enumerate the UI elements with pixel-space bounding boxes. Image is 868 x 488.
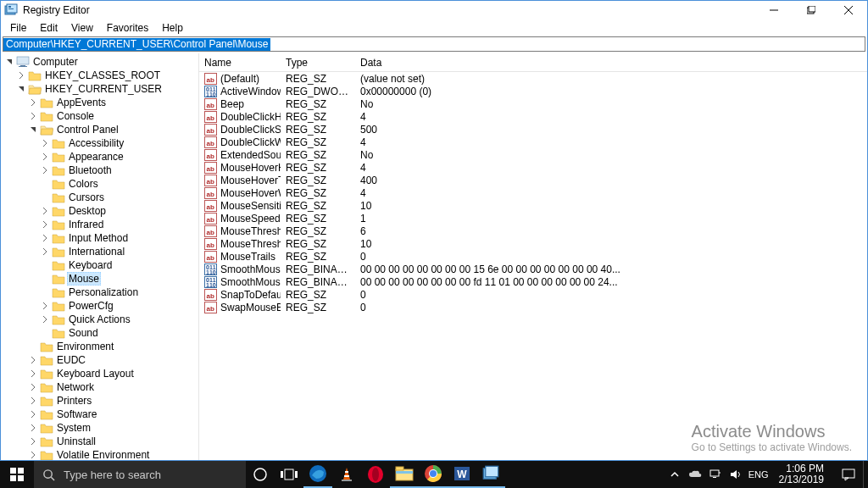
address-path[interactable]: Computer\HKEY_CURRENT_USER\Control Panel… — [3, 38, 270, 51]
tree-expand-icon[interactable] — [28, 382, 38, 392]
col-header-name[interactable]: Name — [199, 53, 281, 71]
tree-item[interactable]: Mouse — [36, 272, 198, 286]
tree-item[interactable]: Accessibility — [36, 136, 198, 150]
tree-item[interactable]: Environment — [25, 340, 198, 353]
tray-clock[interactable]: 1:06 PM 2/13/2019 — [774, 463, 829, 485]
tree-item-label[interactable]: International — [67, 246, 126, 258]
taskbar-app-opera[interactable] — [361, 461, 390, 488]
tree-item[interactable]: International — [36, 245, 198, 258]
tree-item[interactable]: Network — [25, 380, 198, 394]
close-button[interactable] — [830, 1, 867, 19]
tree-item-label[interactable]: Accessibility — [67, 137, 125, 149]
tree-item-label[interactable]: Bluetooth — [67, 164, 114, 176]
tree-item-label[interactable]: Mouse — [67, 272, 101, 286]
tree-item-label[interactable]: Volatile Environment — [55, 449, 151, 460]
taskbar-app-vlc[interactable] — [332, 461, 361, 488]
col-header-data[interactable]: Data — [355, 53, 867, 71]
tree-item-label[interactable]: EUDC — [55, 354, 87, 366]
tree-expand-icon[interactable] — [40, 219, 50, 230]
menu-edit[interactable]: Edit — [34, 20, 64, 36]
tree-item-label[interactable]: Personalization — [67, 286, 140, 298]
tree-collapse-icon[interactable] — [16, 84, 26, 94]
taskbar-app-word[interactable]: W — [448, 461, 476, 488]
taskview-icon[interactable] — [275, 461, 303, 488]
cortana-icon[interactable] — [246, 461, 275, 488]
minimize-button[interactable] — [755, 1, 793, 19]
value-row[interactable]: 011110ActiveWindowTr...REG_DWORD0x000000… — [199, 85, 867, 97]
value-row[interactable]: ab(Default)REG_SZ(value not set) — [199, 72, 867, 85]
tree-item-label[interactable]: HKEY_CLASSES_ROOT — [43, 69, 162, 81]
tree-item[interactable]: AppEvents — [25, 96, 198, 109]
tree-item[interactable]: Infrared — [36, 218, 198, 231]
value-row[interactable]: abMouseHoverHei...REG_SZ4 — [199, 161, 867, 174]
tree-item-label[interactable]: Control Panel — [55, 124, 120, 136]
tree-expand-icon[interactable] — [40, 206, 50, 216]
menu-favorites[interactable]: Favorites — [101, 20, 154, 36]
tree-item[interactable]: Software — [25, 408, 198, 421]
tree-item[interactable]: EUDC — [25, 353, 198, 367]
tree-item[interactable]: Console — [25, 109, 198, 123]
tree-expand-icon[interactable] — [28, 111, 38, 121]
tree-expand-icon[interactable] — [40, 165, 50, 175]
tree-item-label[interactable]: Cursors — [67, 191, 106, 203]
show-desktop-button[interactable] — [863, 461, 868, 488]
taskbar-app-regedit[interactable] — [476, 461, 505, 488]
tree-item-label[interactable]: Software — [55, 408, 98, 420]
tree-item[interactable]: Desktop — [36, 204, 198, 218]
value-row[interactable]: abMouseHoverTimeREG_SZ400 — [199, 174, 867, 186]
value-row[interactable]: abMouseTrailsREG_SZ0 — [199, 250, 867, 263]
tree-expand-icon[interactable] — [28, 355, 38, 365]
tree-item[interactable]: HKEY_CURRENT_USER — [13, 82, 198, 96]
tree-expand-icon[interactable] — [28, 97, 38, 108]
tray-overflow-icon[interactable] — [667, 470, 682, 479]
menu-help[interactable]: Help — [156, 20, 189, 36]
taskbar-app-chrome[interactable] — [419, 461, 448, 488]
start-button[interactable] — [0, 461, 34, 488]
tree-item[interactable]: Input Method — [36, 231, 198, 245]
value-row[interactable]: abMouseThreshold1REG_SZ6 — [199, 225, 867, 237]
tree-item[interactable]: Bluetooth — [36, 164, 198, 177]
tree-expand-icon[interactable] — [40, 233, 50, 243]
address-bar[interactable]: Computer\HKEY_CURRENT_USER\Control Panel… — [3, 36, 865, 52]
tree-expand-icon[interactable] — [40, 138, 50, 148]
tree-item[interactable]: HKEY_CLASSES_ROOT — [13, 69, 198, 82]
tree-item[interactable]: System — [25, 421, 198, 435]
tree-pane[interactable]: ComputerHKEY_CLASSES_ROOTHKEY_CURRENT_US… — [1, 53, 199, 460]
tree-item-label[interactable]: Computer — [31, 56, 80, 68]
taskbar-app-explorer[interactable] — [390, 461, 419, 488]
tree-item-label[interactable]: PowerCfg — [67, 300, 115, 312]
tree-collapse-icon[interactable] — [4, 57, 14, 67]
tree-item[interactable]: Control Panel — [25, 123, 198, 136]
tree-item-label[interactable]: Input Method — [67, 232, 130, 244]
tree-item-label[interactable]: Infrared — [67, 219, 105, 230]
tree-item[interactable]: Quick Actions — [36, 313, 198, 326]
tree-item[interactable]: Keyboard Layout — [25, 367, 198, 380]
tree-item[interactable]: Colors — [36, 177, 198, 191]
tree-expand-icon[interactable] — [40, 247, 50, 257]
tree-expand-icon[interactable] — [28, 396, 38, 406]
action-center-button[interactable] — [834, 468, 863, 481]
tree-item[interactable]: Sound — [36, 326, 198, 340]
value-row[interactable]: abMouseThreshold2REG_SZ10 — [199, 237, 867, 250]
tree-item[interactable]: Personalization — [36, 286, 198, 299]
taskbar-search[interactable]: Type here to search — [34, 461, 246, 488]
tree-item[interactable]: Printers — [25, 394, 198, 408]
tree-item-label[interactable]: Appearance — [67, 151, 125, 163]
value-row[interactable]: abDoubleClickWidthREG_SZ4 — [199, 136, 867, 148]
menu-file[interactable]: File — [4, 20, 32, 36]
tree-collapse-icon[interactable] — [28, 125, 38, 135]
tree-item-label[interactable]: HKEY_CURRENT_USER — [43, 83, 164, 95]
tree-item-label[interactable]: Printers — [55, 395, 93, 407]
value-row[interactable]: abSwapMouseButt...REG_SZ0 — [199, 301, 867, 313]
tree-expand-icon[interactable] — [16, 70, 26, 80]
taskbar-app-edge[interactable] — [303, 461, 332, 488]
value-row[interactable]: abDoubleClickHei...REG_SZ4 — [199, 110, 867, 123]
tree-item-label[interactable]: Environment — [55, 341, 115, 352]
tree-item[interactable]: Volatile Environment — [25, 448, 198, 460]
tree-item-label[interactable]: Sound — [67, 327, 100, 339]
tree-item-label[interactable]: Uninstall — [55, 435, 97, 447]
tree-expand-icon[interactable] — [40, 301, 50, 311]
maximize-button[interactable] — [793, 1, 830, 19]
tree-expand-icon[interactable] — [28, 369, 38, 379]
value-row[interactable]: abMouseHoverWi...REG_SZ4 — [199, 186, 867, 199]
